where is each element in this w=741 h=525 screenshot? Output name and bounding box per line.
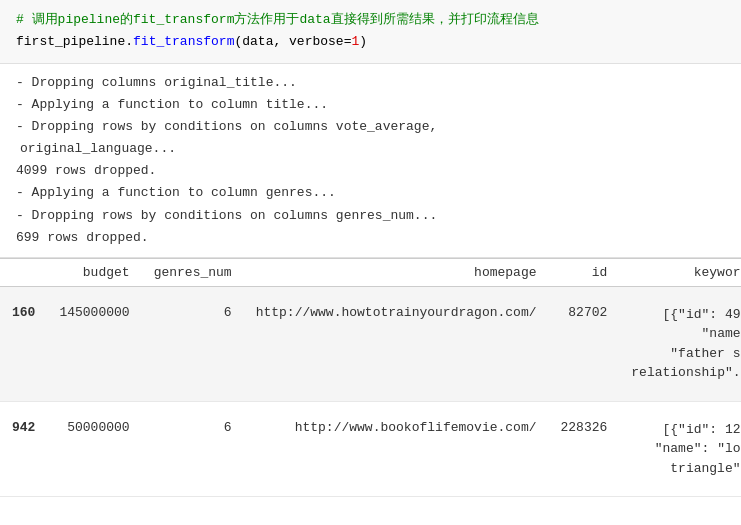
col-header-genres-num: genres_num xyxy=(142,258,244,286)
cell-budget-0: 145000000 xyxy=(47,286,141,401)
data-table-wrapper: budget genres_num homepage id keywords o… xyxy=(0,258,741,498)
cell-genres-num-0: 6 xyxy=(142,286,244,401)
output-line-6: - Applying a function to column genres..… xyxy=(16,182,725,204)
cell-keywords-0: [{"id": 494, "name": "father son relatio… xyxy=(619,286,741,401)
code-prefix: first_pipeline. xyxy=(16,34,133,49)
cell-id-0: 82702 xyxy=(549,286,620,401)
output-section: - Dropping columns original_title... - A… xyxy=(0,64,741,258)
code-section: # 调用pipeline的fit_transform方法作用于data直接得到所… xyxy=(0,0,741,64)
code-line: first_pipeline.fit_transform(data, verbo… xyxy=(16,32,725,52)
code-args: (data, verbose= xyxy=(234,34,351,49)
output-line-7: - Dropping rows by conditions on columns… xyxy=(16,205,725,227)
row-index-1: 942 xyxy=(0,401,47,497)
cell-budget-1: 50000000 xyxy=(47,401,141,497)
cell-genres-num-1: 6 xyxy=(142,401,244,497)
output-line-1: - Dropping columns original_title... xyxy=(16,72,725,94)
col-header-budget: budget xyxy=(47,258,141,286)
code-comment: # 调用pipeline的fit_transform方法作用于data直接得到所… xyxy=(16,10,725,30)
cell-id-1: 228326 xyxy=(549,401,620,497)
col-header-index xyxy=(0,258,47,286)
data-table: budget genres_num homepage id keywords o… xyxy=(0,258,741,498)
output-line-8: 699 rows dropped. xyxy=(16,227,725,249)
row-index-0: 160 xyxy=(0,286,47,401)
col-header-homepage: homepage xyxy=(244,258,549,286)
output-line-3: - Dropping rows by conditions on columns… xyxy=(16,116,725,138)
cell-homepage-1: http://www.bookoflifemovie.com/ xyxy=(244,401,549,497)
table-row: 160 145000000 6 http://www.howtotrainyou… xyxy=(0,286,741,401)
code-method: fit_transform xyxy=(133,34,234,49)
output-line-4: original_language... xyxy=(16,138,725,160)
output-line-2: - Applying a function to column title... xyxy=(16,94,725,116)
output-line-5: 4099 rows dropped. xyxy=(16,160,725,182)
table-header-row: budget genres_num homepage id keywords o… xyxy=(0,258,741,286)
cell-keywords-1: [{"id": 128, "name": "love triangle"}, xyxy=(619,401,741,497)
code-closing: ) xyxy=(359,34,367,49)
col-header-keywords: keywords xyxy=(619,258,741,286)
table-row: 942 50000000 6 http://www.bookoflifemovi… xyxy=(0,401,741,497)
cell-homepage-0: http://www.howtotrainyourdragon.com/ xyxy=(244,286,549,401)
col-header-id: id xyxy=(549,258,620,286)
